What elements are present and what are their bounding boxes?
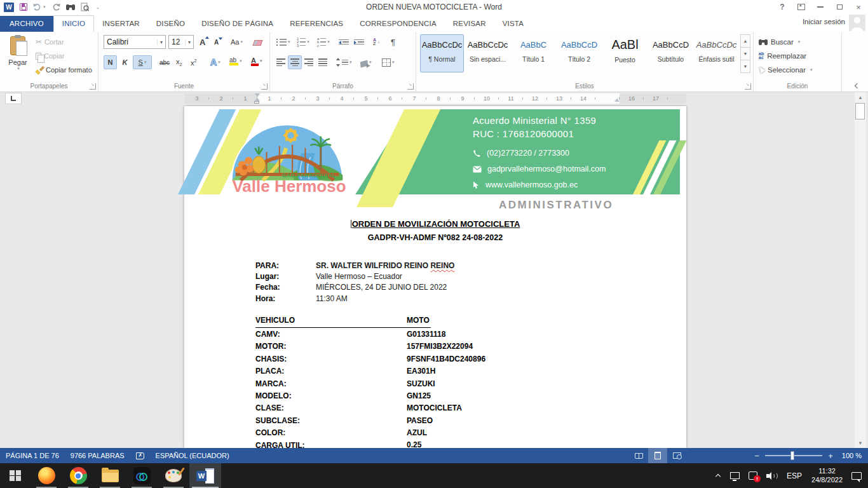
tab-revisar[interactable]: REVISAR [445, 16, 494, 32]
save-button[interactable] [20, 3, 27, 11]
tab-insertar[interactable]: INSERTAR [94, 16, 148, 32]
paste-dropdown-icon[interactable]: ▾ [17, 66, 20, 71]
grow-font-button[interactable]: A [197, 35, 208, 49]
style-normal[interactable]: AaBbCcDc ¶ Normal [420, 34, 464, 72]
find-button[interactable]: Buscar▾ [759, 36, 800, 48]
estilos-dialog-launcher[interactable] [745, 83, 751, 90]
left-indent-marker[interactable] [254, 101, 259, 104]
avatar[interactable] [849, 15, 865, 31]
taskbar-webex[interactable] [126, 463, 158, 488]
bullets-button[interactable]: ▾ [274, 35, 293, 49]
horizontal-ruler[interactable]: 321 12345678910111213141617 [0, 92, 868, 105]
bold-button[interactable]: N [104, 55, 117, 69]
scroll-up-button[interactable]: ▲ [855, 92, 866, 102]
tab-correspondencia[interactable]: CORRESPONDENCIA [351, 16, 445, 32]
clock[interactable]: 11:32 24/8/2022 [806, 467, 848, 484]
letterhead-banner[interactable]: Acuerdo Ministerial N° 1359 RUC : 176812… [188, 109, 680, 194]
underline-dropdown-icon[interactable]: ▾ [144, 60, 147, 65]
highlight-button[interactable]: ab▾ [227, 54, 245, 68]
vertical-scrollbar[interactable]: ▲ ▼ [855, 92, 866, 448]
sign-in-link[interactable]: Iniciar sesión [803, 18, 845, 25]
ribbon-display-options-button[interactable] [792, 0, 811, 14]
select-button[interactable]: Seleccionar▾ [759, 64, 813, 76]
styles-scroll-up-button[interactable]: ▲ [740, 34, 750, 48]
parrafo-dialog-launcher[interactable] [407, 83, 414, 90]
styles-gallery-more-button[interactable]: ▼ [740, 60, 750, 73]
qat-customize-icon[interactable]: ⌄ [96, 4, 100, 10]
font-size-combo[interactable]: 12 ▾ [168, 35, 194, 49]
zoom-level[interactable]: 100 % [842, 452, 862, 459]
subscript-button[interactable]: x2 [173, 55, 184, 69]
align-left-button[interactable] [274, 55, 288, 69]
restore-button[interactable] [830, 0, 849, 14]
increase-indent-button[interactable] [351, 35, 367, 49]
fuente-dialog-launcher[interactable] [261, 83, 268, 90]
undo-dropdown-icon[interactable]: ▾ [43, 4, 46, 10]
taskbar-chrome[interactable] [62, 463, 94, 488]
print-preview-button[interactable] [81, 3, 89, 11]
paste-button[interactable]: Pegar ▾ [3, 34, 32, 80]
shrink-font-button[interactable]: A [212, 35, 221, 49]
zoom-out-button[interactable]: − [752, 451, 761, 461]
taskbar-file-explorer[interactable] [94, 463, 126, 488]
action-tray-icon-button[interactable]: ! [744, 463, 762, 488]
language-status[interactable]: ESPAÑOL (ECUADOR) [150, 448, 235, 463]
language-indicator[interactable]: ESP [782, 463, 806, 488]
tab-referencias[interactable]: REFERENCIAS [281, 16, 351, 32]
word-app-icon[interactable]: W [4, 3, 14, 12]
font-size-dropdown-icon[interactable]: ▾ [185, 39, 193, 45]
undo-button[interactable]: ▾ [33, 3, 46, 11]
style-sin-espaciado[interactable]: AaBbCcDc Sin espaci... [466, 34, 510, 72]
tray-expand-button[interactable] [712, 463, 726, 488]
collapse-ribbon-button[interactable] [854, 83, 859, 88]
scrollbar-thumb[interactable] [855, 103, 865, 119]
taskbar-word[interactable]: W [189, 463, 221, 488]
tab-inicio[interactable]: INICIO [53, 15, 94, 32]
justify-button[interactable] [316, 55, 330, 69]
find-qat-button[interactable] [66, 4, 75, 10]
font-family-combo[interactable]: Calibri ▾ [104, 35, 166, 49]
format-painter-label[interactable]: Copiar formato [46, 66, 92, 74]
first-line-indent-marker[interactable] [255, 93, 260, 97]
strikethrough-button[interactable]: abc [157, 55, 172, 69]
style-titulo-1[interactable]: AaBbC Título 1 [512, 34, 555, 72]
start-button[interactable] [0, 463, 31, 488]
tab-archivo[interactable]: ARCHIVO [0, 16, 53, 32]
sort-button[interactable]: AZ↓ [370, 35, 383, 49]
portapapeles-dialog-launcher[interactable] [90, 83, 96, 90]
tab-vista[interactable]: VISTA [494, 16, 532, 32]
proofing-status[interactable] [130, 448, 150, 463]
font-color-button[interactable]: A▾ [248, 54, 265, 68]
clear-formatting-button[interactable] [251, 35, 264, 49]
copy-label[interactable]: Copiar [44, 52, 64, 60]
redo-button[interactable] [51, 3, 60, 11]
page-count-status[interactable]: PÁGINA 1 DE 76 [0, 448, 65, 463]
align-center-button[interactable] [288, 55, 302, 69]
close-button[interactable]: × [849, 0, 868, 14]
print-layout-button[interactable] [648, 448, 667, 463]
read-mode-button[interactable] [629, 448, 648, 463]
help-button[interactable]: ? [773, 0, 792, 14]
shading-button[interactable]: ▾ [358, 55, 374, 69]
text-effects-button[interactable]: A▾ [208, 55, 223, 69]
replace-button[interactable]: abac Reemplazar [759, 50, 806, 62]
cut-label[interactable]: Cortar [44, 38, 64, 46]
tab-diseno[interactable]: DISEÑO [148, 16, 193, 32]
style-puesto[interactable]: AaBl Puesto [603, 34, 647, 72]
font-family-dropdown-icon[interactable]: ▾ [157, 39, 165, 45]
decrease-indent-button[interactable] [336, 35, 351, 49]
minimize-button[interactable] [811, 0, 830, 14]
numbering-button[interactable]: 123▾ [294, 35, 312, 49]
document-page[interactable]: Acuerdo Ministerial N° 1359 RUC : 176812… [184, 106, 686, 448]
taskbar-paint[interactable] [158, 463, 189, 488]
network-tray-icon-button[interactable] [726, 463, 744, 488]
styles-scroll-down-button[interactable]: ▼ [740, 47, 750, 60]
taskbar-firefox[interactable] [31, 463, 62, 488]
style-titulo-2[interactable]: AaBbCcD Título 2 [557, 34, 601, 72]
tab-selector[interactable] [5, 93, 22, 104]
zoom-slider-thumb[interactable] [790, 451, 794, 460]
zoom-in-button[interactable]: + [826, 451, 835, 461]
action-center-button[interactable] [851, 472, 862, 480]
multilevel-list-button[interactable]: abc▾ [315, 35, 332, 49]
borders-button[interactable]: ▾ [379, 55, 397, 69]
